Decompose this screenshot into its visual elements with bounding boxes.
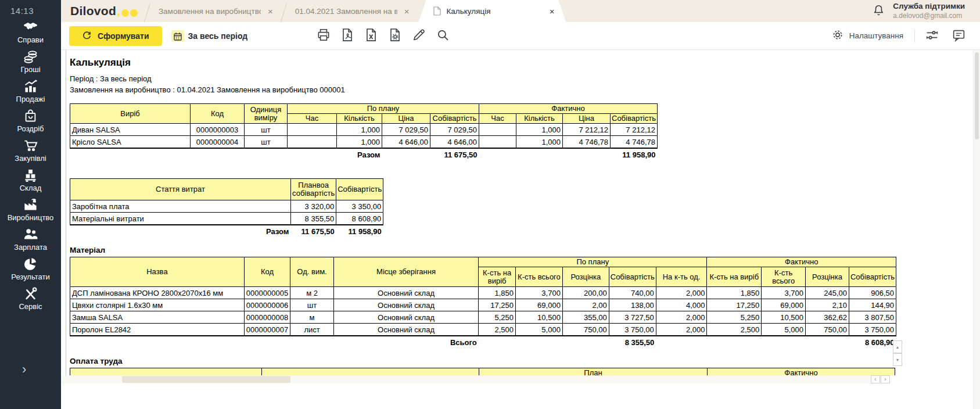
print-button[interactable] [314,26,333,45]
cell: Основний склад [333,299,478,311]
cell: 69,000 [516,299,563,311]
cost-items-table: Стаття витрат Планвоа собівартість Собів… [70,178,383,238]
cell [479,148,611,161]
sidebar-item-spravy[interactable]: Справи [0,19,61,49]
col-header: Ціна [563,114,611,124]
horizontal-scrollbar[interactable]: ‹ › [61,375,890,383]
col-header: Одиниця виміру [245,104,288,124]
sidebar-item-label: Закупівлі [15,154,46,163]
cell: 245,00 [806,287,849,299]
cell: Основний склад [333,287,478,299]
totals-fact: 11 958,90 [336,225,383,238]
edit-button[interactable] [409,26,428,45]
cell [479,336,609,349]
sidebar-item-servis[interactable]: Сервіс [0,286,61,315]
col-header: К-сть всього [762,267,806,287]
scroll-down-arrow[interactable]: ▼ [893,353,902,366]
generate-button[interactable]: Сформувати [69,26,162,46]
col-header: Собівартість [849,267,896,287]
dilovod-logo[interactable]: Dilovod, [61,0,146,22]
sidebar-item-prodazhi[interactable]: Продажі [0,78,61,108]
cell: 4 746,78 [611,136,658,149]
sidebar-item-zakupivli[interactable]: Закупівлі [0,138,61,167]
export-excel-button[interactable] [361,26,380,45]
sidebar: 14:13 Справи Гроші Продажі Роздріб Закуп… [0,0,61,409]
cell: Поролон EL2842 [70,324,245,336]
totals-plan: 8 355,50 [609,336,656,349]
scroll-left-arrow[interactable]: ‹ [871,375,880,383]
table-row: Крісло SALSA 0000000004 шт 1,000 4 646,0… [70,136,658,149]
tab-close-icon[interactable]: × [404,7,410,16]
settings-button[interactable]: Налаштування [827,27,907,44]
cell: 4 646,00 [430,136,479,149]
col-group-header: План [479,368,708,376]
col-group-header: По плану [288,104,479,114]
sidebar-expand-chevron[interactable]: › [0,364,61,375]
cell: 7 212,12 [611,124,658,136]
cell: лист [290,324,334,336]
tab-close-icon[interactable]: × [268,7,273,16]
gear-icon [831,28,845,44]
cell: 5,000 [516,324,563,336]
scroll-up-arrow[interactable]: ▲ [893,340,902,353]
cell: шт [290,299,334,311]
col-header: Код [191,104,245,124]
cell: 1,000 [516,124,563,136]
sidebar-item-hroshi[interactable]: Гроші [0,49,61,78]
bell-icon [872,3,885,19]
report-page: Калькуляція Період : За весь період Замо… [66,50,896,375]
cell: Замша SALSA [70,311,245,324]
window-scrollbar-thumb[interactable] [975,52,979,139]
chat-button[interactable] [949,26,968,45]
cell: 7 029,50 [382,124,430,136]
cell: 3 750,00 [849,324,896,336]
tab-close-icon[interactable]: × [550,7,555,16]
cell [479,136,516,149]
totals-label: Всього [333,336,478,349]
scroll-right-arrow[interactable]: › [881,375,890,383]
cell: 200,00 [562,287,609,299]
table-row: Поролон EL2842 0000000007 лист Основний … [70,324,896,336]
col-group-header: По плану [479,257,707,267]
period-label: За весь період [188,31,248,41]
sidebar-item-rezultaty[interactable]: Результати [0,256,61,286]
totals-row: Всього 8 355,50 8 608,90 [70,336,896,349]
cell: 138,00 [609,299,656,311]
cell: 1,000 [516,136,563,149]
sidebar-item-zarplata[interactable]: Зарплата [0,227,61,256]
cell: Основний склад [333,311,478,324]
calendar-icon [171,30,184,42]
main-area: Dilovod, Замовлення на виробництво × 01.… [61,0,980,409]
cell: 2,00 [562,299,609,311]
sidebar-item-label: Роздріб [17,124,44,133]
support-block[interactable]: Служба підтримки a.delovod@gmail.com [872,0,980,22]
document-settings-button[interactable] [385,26,404,45]
col-header: Виріб [70,104,191,124]
generate-label: Сформувати [98,31,149,41]
horizontal-scrollbar-thumb[interactable] [122,376,290,383]
sidebar-item-rozdrib[interactable]: Роздріб [0,108,61,138]
window-scrollbar[interactable] [973,50,980,409]
export-pdf-button[interactable] [338,26,357,45]
cell: 4,000 [656,299,707,311]
toolbar-right: Налаштування [827,26,980,45]
cell: шт [245,124,288,136]
cell: 1,850 [707,287,762,299]
sidebar-item-vyrobnytstvo[interactable]: Виробництво [0,197,61,227]
cell: 0000000004 [191,136,245,149]
cell: Основний склад [333,324,478,336]
filters-button[interactable] [922,26,942,45]
app-window: 14:13 Справи Гроші Продажі Роздріб Закуп… [0,0,980,409]
cell: 750,00 [806,324,849,336]
factory-icon [23,197,38,213]
tab-calculation[interactable]: Калькуляція × [418,0,566,22]
tab-orders[interactable]: Замовлення на виробництво × [146,0,282,22]
totals-label: Разом [70,225,291,238]
cell: 0000000006 [244,299,290,311]
period-selector[interactable]: За весь період [168,30,252,42]
cell: Цвяхи столярні 1.6х30 мм [70,299,245,311]
col-group-header: Фактично [708,368,895,376]
search-button[interactable] [433,26,452,45]
sidebar-item-sklad[interactable]: Склад [0,167,61,197]
tab-order-document[interactable]: 01.04.2021 Замовлення на виро × [282,0,419,22]
